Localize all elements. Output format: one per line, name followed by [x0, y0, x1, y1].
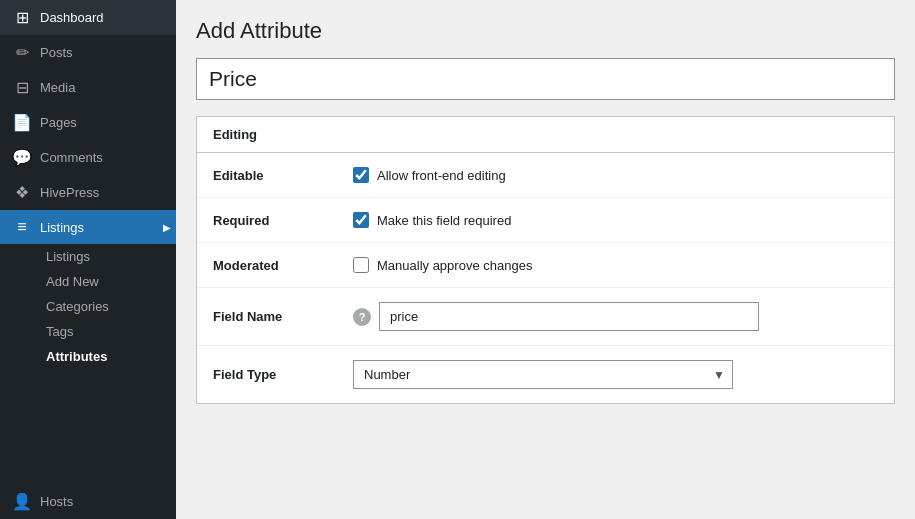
required-control: Make this field required — [353, 212, 878, 228]
sidebar-item-label: Comments — [40, 150, 103, 165]
sidebar-item-hosts[interactable]: 👤 Hosts — [0, 484, 176, 519]
field-name-row: Field Name ? — [197, 288, 894, 346]
editing-card: Editing Editable Allow front-end editing… — [196, 116, 895, 404]
sidebar-item-label: Hosts — [40, 494, 73, 509]
field-name-label: Field Name — [213, 309, 353, 324]
editable-control: Allow front-end editing — [353, 167, 878, 183]
main-content: Add Attribute Editing Editable Allow fro… — [176, 0, 915, 519]
moderated-label: Moderated — [213, 258, 353, 273]
sidebar: ⊞ Dashboard ✏ Posts ⊟ Media 📄 Pages 💬 Co… — [0, 0, 176, 519]
field-name-control: ? — [353, 302, 878, 331]
sidebar-item-label: Pages — [40, 115, 77, 130]
sidebar-item-label: Posts — [40, 45, 73, 60]
sidebar-item-pages[interactable]: 📄 Pages — [0, 105, 176, 140]
moderated-checkbox[interactable] — [353, 257, 369, 273]
editable-field-row: Editable Allow front-end editing — [197, 153, 894, 198]
sidebar-subitem-tags[interactable]: Tags — [36, 319, 176, 344]
comments-icon: 💬 — [12, 148, 32, 167]
hosts-icon: 👤 — [12, 492, 32, 511]
required-checkbox-label: Make this field required — [377, 213, 511, 228]
sidebar-item-posts[interactable]: ✏ Posts — [0, 35, 176, 70]
field-name-input[interactable] — [379, 302, 759, 331]
pages-icon: 📄 — [12, 113, 32, 132]
moderated-control: Manually approve changes — [353, 257, 878, 273]
sidebar-item-dashboard[interactable]: ⊞ Dashboard — [0, 0, 176, 35]
moderated-checkbox-label: Manually approve changes — [377, 258, 532, 273]
name-field-wrapper — [176, 58, 915, 116]
attribute-name-input[interactable] — [196, 58, 895, 100]
media-icon: ⊟ — [12, 78, 32, 97]
moderated-field-row: Moderated Manually approve changes — [197, 243, 894, 288]
posts-icon: ✏ — [12, 43, 32, 62]
required-checkbox-wrap[interactable]: Make this field required — [353, 212, 511, 228]
listings-icon: ≡ — [12, 218, 32, 236]
sidebar-item-label: Listings — [40, 220, 84, 235]
required-checkbox[interactable] — [353, 212, 369, 228]
required-field-row: Required Make this field required — [197, 198, 894, 243]
field-type-label: Field Type — [213, 367, 353, 382]
hivepress-icon: ❖ — [12, 183, 32, 202]
sidebar-item-label: Dashboard — [40, 10, 104, 25]
sidebar-item-hivepress[interactable]: ❖ HivePress — [0, 175, 176, 210]
field-name-help-icon[interactable]: ? — [353, 308, 371, 326]
field-type-control: Number Text Email URL Date Select ▼ — [353, 360, 878, 389]
dashboard-icon: ⊞ — [12, 8, 32, 27]
editable-checkbox-label: Allow front-end editing — [377, 168, 506, 183]
sidebar-subitem-listings[interactable]: Listings — [36, 244, 176, 269]
page-header: Add Attribute — [176, 0, 915, 58]
sidebar-item-listings[interactable]: ≡ Listings — [0, 210, 176, 244]
required-label: Required — [213, 213, 353, 228]
editing-card-header: Editing — [197, 117, 894, 153]
sidebar-item-comments[interactable]: 💬 Comments — [0, 140, 176, 175]
sidebar-sub-listings: Listings Add New Categories Tags Attribu… — [0, 244, 176, 369]
editable-checkbox[interactable] — [353, 167, 369, 183]
sidebar-item-media[interactable]: ⊟ Media — [0, 70, 176, 105]
sidebar-subitem-categories[interactable]: Categories — [36, 294, 176, 319]
sidebar-subitem-add-new[interactable]: Add New — [36, 269, 176, 294]
sidebar-item-label: Media — [40, 80, 75, 95]
page-title: Add Attribute — [196, 18, 895, 44]
field-type-row: Field Type Number Text Email URL Date Se… — [197, 346, 894, 403]
field-type-select[interactable]: Number Text Email URL Date Select — [353, 360, 733, 389]
editing-card-body: Editable Allow front-end editing Require… — [197, 153, 894, 403]
field-type-select-wrap: Number Text Email URL Date Select ▼ — [353, 360, 733, 389]
sidebar-item-label: HivePress — [40, 185, 99, 200]
editable-label: Editable — [213, 168, 353, 183]
moderated-checkbox-wrap[interactable]: Manually approve changes — [353, 257, 532, 273]
sidebar-subitem-attributes[interactable]: Attributes — [36, 344, 176, 369]
editable-checkbox-wrap[interactable]: Allow front-end editing — [353, 167, 506, 183]
